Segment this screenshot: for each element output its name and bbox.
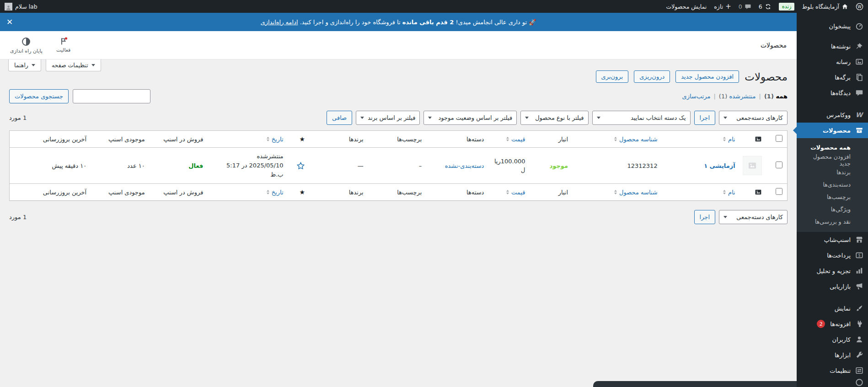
sort-arrows-icon <box>267 137 269 141</box>
help-tab[interactable]: راهنما <box>8 59 41 71</box>
row-checkbox[interactable] <box>776 161 782 168</box>
view-products-label: نمایش محصولات <box>666 3 707 10</box>
wordpress-icon: W <box>856 3 863 11</box>
sidebar-item-label: تجزیه و تحلیل <box>817 268 851 274</box>
notification-dot <box>65 37 67 39</box>
comments-menu[interactable]: 0 <box>739 3 751 10</box>
bulk-actions-select[interactable]: کارهای دسته‌جمعی <box>719 111 788 125</box>
sidebar-item-label: پرداخت‌ها <box>827 252 851 259</box>
sidebar-item-comments[interactable]: دیدگاه‌ها <box>797 85 868 101</box>
select-all-checkbox[interactable] <box>776 135 782 142</box>
submenu-all-products[interactable]: همه محصولات <box>797 141 868 154</box>
sort-by-product-id[interactable]: شناسه محصول <box>614 189 658 196</box>
export-button[interactable]: برون‌بری <box>596 70 629 83</box>
sidebar-item-settings[interactable]: تنظیمات <box>797 363 868 378</box>
search-input[interactable] <box>73 89 150 103</box>
sidebar-item-posts[interactable]: نوشته‌ها <box>797 38 868 54</box>
view-sorting[interactable]: مرتب‌سازی <box>682 93 711 100</box>
sidebar-item-plugins[interactable]: افزونه‌ها 2 <box>797 316 868 332</box>
new-label: تازه <box>714 3 723 10</box>
submenu-categories[interactable]: دسته‌بندی‌ها <box>797 178 868 191</box>
sidebar-item-payments[interactable]: $ پرداخت‌ها <box>797 247 868 263</box>
featured-star-icon[interactable] <box>296 161 305 170</box>
brand-filter-select[interactable]: فیلتر بر اساس برند <box>356 111 420 125</box>
view-all[interactable]: همه (1) <box>764 93 788 100</box>
sort-arrows-icon <box>506 137 509 141</box>
sidebar-item-pages[interactable]: برگه‌ها <box>797 70 868 85</box>
page-body: راهنما تنظیمات صفحه محصولات افزودن محصول… <box>0 59 797 387</box>
submenu-add-product[interactable]: افزودن محصول جدید <box>797 154 868 166</box>
posts-pin-icon <box>855 42 863 51</box>
product-name-link[interactable]: آزمایشی ۱ <box>704 162 735 169</box>
menu-separator <box>797 294 868 301</box>
products-box-icon <box>855 126 863 135</box>
menu-separator <box>797 34 868 38</box>
sort-by-product-id[interactable]: شناسه محصول <box>614 136 658 143</box>
sidebar-item-media[interactable]: رسانه <box>797 54 868 70</box>
sidebar-item-analytics[interactable]: تجزیه و تحلیل <box>797 263 868 279</box>
apply-button[interactable]: اجرا <box>694 111 715 125</box>
search-products-button[interactable]: جستجوی محصولات <box>9 89 69 103</box>
category-link[interactable]: دسته‌بندی-نشده <box>445 162 484 169</box>
sidebar-item-partial[interactable] <box>797 378 868 386</box>
screen-options-tab[interactable]: تنظیمات صفحه <box>46 59 101 71</box>
sidebar-item-users[interactable]: کاربران <box>797 332 868 347</box>
filter-button[interactable]: صافی <box>327 111 352 125</box>
view-published[interactable]: منتشرشده (1) <box>719 93 756 100</box>
view-products-link[interactable]: نمایش محصولات <box>666 3 707 10</box>
sort-by-name[interactable]: نام <box>723 189 735 196</box>
sort-by-date[interactable]: تاریخ <box>267 189 284 196</box>
sort-by-date[interactable]: تاریخ <box>267 136 284 143</box>
select-all-checkbox-bottom[interactable] <box>776 188 782 195</box>
brands-value: — <box>358 162 364 169</box>
sort-by-price[interactable]: قیمت <box>506 136 525 143</box>
category-filter-select[interactable]: یک دسته انتخاب نمایید <box>592 111 691 125</box>
stock-status-filter-select[interactable]: فیلتر بر اساس وضعیت موجود <box>423 111 517 125</box>
sidebar-item-marketing[interactable]: بازاریابی <box>797 279 868 294</box>
apply-button-bottom[interactable]: اجرا <box>694 210 715 224</box>
chevron-down-icon <box>723 117 727 119</box>
wp-logo-icon[interactable]: W <box>856 3 863 11</box>
add-new-product-button[interactable]: افزودن محصول جدید <box>675 70 739 83</box>
sidebar-item-woocommerce[interactable]: W ووکامرس <box>797 107 868 123</box>
sidebar-item-dashboard[interactable]: پیشخوان <box>797 18 868 34</box>
comment-icon <box>745 3 751 10</box>
import-button[interactable]: درون‌ریزی <box>634 70 670 83</box>
image-placeholder-icon <box>748 161 757 170</box>
page-title: محصولات <box>745 71 788 83</box>
product-thumbnail <box>743 156 762 175</box>
svg-text:W: W <box>857 4 862 9</box>
updates-menu[interactable]: 6 <box>759 3 772 10</box>
sidebar-item-label: پیشخوان <box>829 23 851 30</box>
continue-setup-link[interactable]: ادامه راه‌اندازی <box>261 19 298 26</box>
submenu-brands[interactable]: برندها <box>797 166 868 178</box>
svg-text:$: $ <box>858 253 860 258</box>
product-type-filter-select[interactable]: فیلتر با نوع محصول <box>520 111 588 125</box>
users-icon <box>855 335 863 344</box>
sidebar-item-label: ووکامرس <box>826 112 851 118</box>
settings-sliders-icon <box>855 366 863 375</box>
sidebar-item-appearance[interactable]: نمایش <box>797 301 868 316</box>
submenu-tags[interactable]: برچسب‌ها <box>797 191 868 203</box>
sidebar-item-snappshop[interactable]: اسنپ‌شاپ <box>797 232 868 247</box>
account-menu[interactable]: سلام lab <box>5 3 38 11</box>
finish-setup-button[interactable]: پایان راه اندازی <box>10 37 43 54</box>
sidebar-item-products[interactable]: محصولات <box>797 123 868 138</box>
site-menu[interactable]: آزمایشگاه بلوط <box>802 3 848 10</box>
brush-icon <box>855 304 863 313</box>
sort-by-price[interactable]: قیمت <box>506 189 525 196</box>
activity-button[interactable]: فعالیت <box>56 37 70 54</box>
sidebar-item-tools[interactable]: ابزارها <box>797 347 868 363</box>
submenu-reviews[interactable]: نقد و بررسی‌ها <box>797 215 868 228</box>
image-column-icon <box>755 135 762 143</box>
sidebar-item-label: دیدگاه‌ها <box>830 90 851 97</box>
bulk-actions-select-bottom[interactable]: کارهای دسته‌جمعی <box>719 210 788 224</box>
submenu-attributes[interactable]: ویژگی‌ها <box>797 203 868 215</box>
close-icon[interactable]: ✕ <box>6 18 13 26</box>
sort-by-name[interactable]: نام <box>723 136 735 143</box>
flag-icon <box>59 37 68 46</box>
header-page-label: محصولات <box>761 42 787 49</box>
media-icon <box>855 58 863 66</box>
new-content-menu[interactable]: + تازه <box>714 3 731 10</box>
snapp-stock-header: موجودی اسنپ <box>108 136 145 143</box>
